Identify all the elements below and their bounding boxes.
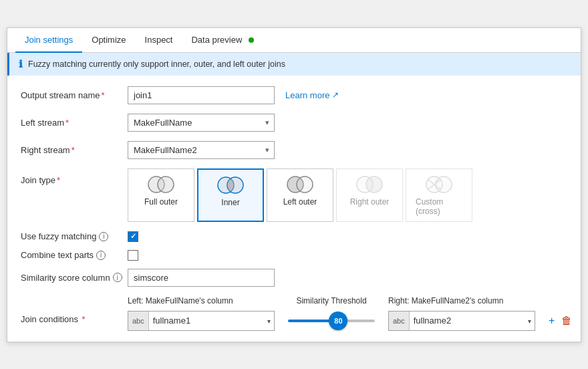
right-stream-select-wrapper: MakeFullName2 ▾ xyxy=(128,141,275,159)
delete-condition-button[interactable]: 🗑 xyxy=(560,314,573,328)
left-outer-label: Left outer xyxy=(283,197,317,207)
right-outer-label: Right outer xyxy=(350,197,390,207)
use-fuzzy-info-icon[interactable]: i xyxy=(99,232,108,241)
combine-text-checkbox[interactable] xyxy=(128,250,138,261)
join-type-row: Join type* Full outer xyxy=(21,168,567,222)
output-stream-control: Learn more ↗ xyxy=(128,86,567,104)
join-conditions-label: Join conditions * xyxy=(21,311,128,324)
join-type-options: Full outer Inner xyxy=(128,168,472,222)
right-column-select-container: abc fullname2 ▾ xyxy=(388,311,535,331)
tab-optimize[interactable]: Optimize xyxy=(82,28,135,53)
right-outer-icon xyxy=(354,174,385,195)
right-column-wrapper: abc fullname2 ▾ xyxy=(388,311,535,331)
action-buttons: + 🗑 xyxy=(547,314,573,328)
output-stream-label: Output stream name* xyxy=(21,90,128,100)
info-icon: ℹ xyxy=(19,58,23,70)
tab-join-settings[interactable]: Join settings xyxy=(15,28,82,53)
similarity-score-control xyxy=(128,269,567,287)
svg-point-11 xyxy=(436,176,452,193)
svg-point-1 xyxy=(158,176,174,193)
similarity-info-icon[interactable]: i xyxy=(113,273,122,282)
use-fuzzy-label: Use fuzzy matching i xyxy=(21,231,128,241)
conditions-col-right: Right: MakeFullName2's column xyxy=(388,296,535,305)
info-banner: ℹ Fuzzy matching currently only support … xyxy=(7,53,581,76)
slider-track: 80 xyxy=(288,320,375,322)
custom-cross-label: Custom (cross) xyxy=(416,197,462,216)
slider-thumb[interactable]: 80 xyxy=(329,312,347,330)
status-dot xyxy=(249,37,254,43)
add-condition-button[interactable]: + xyxy=(547,314,556,328)
abc-label-right: abc xyxy=(389,312,410,330)
learn-more-link[interactable]: Learn more ↗ xyxy=(285,90,339,100)
output-stream-input[interactable] xyxy=(128,86,275,104)
abc-label-left: abc xyxy=(128,312,149,330)
left-column-select[interactable]: fullname1 xyxy=(149,316,274,326)
left-column-select-container: abc fullname1 ▾ xyxy=(128,311,275,331)
join-type-left-outer[interactable]: Left outer xyxy=(267,168,333,222)
svg-point-7 xyxy=(297,176,313,193)
similarity-score-row: Similarity score column i xyxy=(21,269,567,287)
join-type-right-outer: Right outer xyxy=(336,168,403,222)
left-column-wrapper: abc fullname1 ▾ xyxy=(128,311,275,331)
full-outer-icon xyxy=(146,174,176,195)
right-column-select[interactable]: fullname2 xyxy=(410,316,535,326)
full-outer-label: Full outer xyxy=(144,197,178,207)
threshold-slider-container: 80 xyxy=(281,320,382,322)
left-stream-control: MakeFullName ▾ xyxy=(128,114,567,132)
checkmark-icon: ✓ xyxy=(130,232,136,241)
tab-data-preview[interactable]: Data preview xyxy=(182,28,263,53)
custom-cross-icon xyxy=(424,174,454,195)
use-fuzzy-checkbox[interactable]: ✓ xyxy=(128,231,138,242)
join-type-inner[interactable]: Inner xyxy=(197,168,264,222)
form-content: Output stream name* Learn more ↗ Left st… xyxy=(7,76,581,342)
output-stream-row: Output stream name* Learn more ↗ xyxy=(21,86,567,104)
conditions-col-mid: Similarity Threshold xyxy=(275,296,388,305)
join-type-label: Join type* xyxy=(21,168,128,185)
join-type-custom-cross: Custom (cross) xyxy=(406,168,472,222)
right-stream-label: Right stream* xyxy=(21,145,128,155)
conditions-row: Join conditions * abc fullname1 ▾ xyxy=(21,311,567,331)
use-fuzzy-row: Use fuzzy matching i ✓ xyxy=(21,231,567,242)
left-stream-select[interactable]: MakeFullName xyxy=(128,114,275,132)
join-conditions-section: Left: MakeFullName's column Similarity T… xyxy=(21,296,567,331)
info-banner-text: Fuzzy matching currently only support in… xyxy=(28,59,285,69)
similarity-score-label: Similarity score column i xyxy=(21,273,128,283)
join-type-full-outer[interactable]: Full outer xyxy=(128,168,194,222)
inner-icon xyxy=(215,175,246,195)
left-outer-icon xyxy=(285,174,315,195)
left-stream-label: Left stream* xyxy=(21,118,128,128)
right-stream-select[interactable]: MakeFullName2 xyxy=(128,141,275,159)
combine-text-info-icon[interactable]: i xyxy=(96,251,106,260)
combine-text-row: Combine text parts i xyxy=(21,250,567,261)
svg-point-9 xyxy=(366,176,382,193)
tab-inspect[interactable]: Inspect xyxy=(136,28,182,53)
conditions-col-left: Left: MakeFullName's column xyxy=(128,296,275,305)
left-stream-row: Left stream* MakeFullName ▾ xyxy=(21,114,567,132)
combine-text-label: Combine text parts i xyxy=(21,250,128,260)
tab-bar: Join settings Optimize Inspect Data prev… xyxy=(7,28,581,53)
conditions-header: Left: MakeFullName's column Similarity T… xyxy=(21,296,567,305)
inner-label: Inner xyxy=(221,198,239,207)
right-stream-control: MakeFullName2 ▾ xyxy=(128,141,567,159)
right-stream-row: Right stream* MakeFullName2 ▾ xyxy=(21,141,567,159)
external-link-icon: ↗ xyxy=(332,90,339,100)
left-stream-select-wrapper: MakeFullName ▾ xyxy=(128,114,275,132)
conditions-inputs: abc fullname1 ▾ 80 xyxy=(128,311,573,331)
main-window: Join settings Optimize Inspect Data prev… xyxy=(7,27,581,342)
similarity-score-input[interactable] xyxy=(128,269,275,287)
